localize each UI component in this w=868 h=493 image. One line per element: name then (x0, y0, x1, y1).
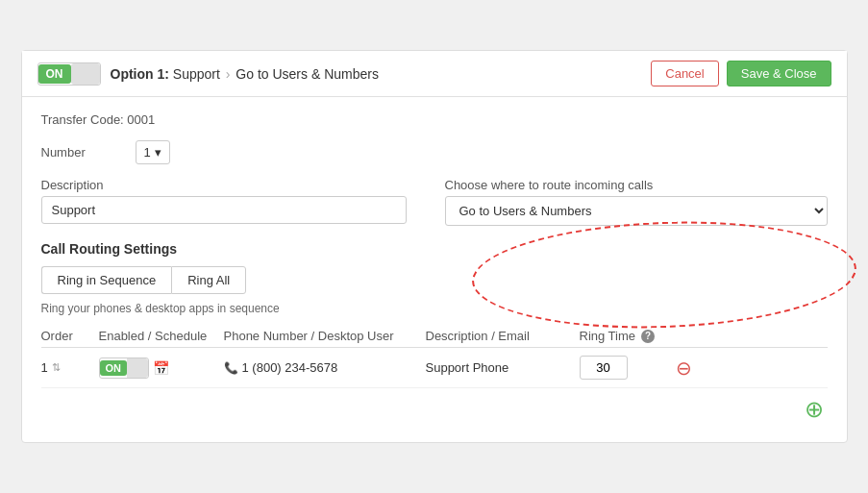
ring-description: Ring your phones & desktop apps in seque… (41, 302, 828, 315)
routing-col: Choose where to route incoming calls Go … (445, 178, 828, 226)
routing-select[interactable]: Go to Users & Numbers Voicemail External… (445, 196, 828, 226)
dropdown-arrow-icon: ▾ (155, 145, 161, 160)
row-description: Support Phone (426, 360, 509, 375)
option-name: Support (173, 66, 220, 82)
description-routing-row: Description Choose where to route incomi… (41, 178, 828, 226)
tab-group: Ring in Sequence Ring All (41, 266, 828, 294)
number-dropdown[interactable]: 1 ▾ (136, 140, 170, 164)
cell-order: 1 ⇅ (41, 360, 99, 375)
header-left: ON Option 1: Support › Go to Users & Num… (37, 62, 379, 86)
cell-phone: 📞 1 (800) 234-5678 (224, 360, 426, 375)
add-row-button[interactable]: ⊕ (805, 396, 824, 423)
call-routing-section: Call Routing Settings Ring in Sequence R… (41, 241, 828, 423)
row-toggle-off (127, 358, 148, 378)
number-row: Number 1 ▾ (41, 140, 828, 164)
cell-enabled: ON 📅 (99, 357, 224, 379)
toggle-on-button[interactable]: ON (38, 64, 71, 84)
row-toggle-on[interactable]: ON (100, 360, 128, 376)
cell-description: Support Phone (426, 360, 580, 375)
remove-button[interactable]: ⊖ (676, 358, 692, 378)
cancel-button[interactable]: Cancel (651, 61, 718, 86)
description-col: Description (41, 178, 407, 224)
tab-ring-sequence[interactable]: Ring in Sequence (41, 266, 172, 294)
table-row: 1 ⇅ ON 📅 📞 1 (800) 234-5678 (41, 348, 828, 388)
header-actions: Cancel Save & Close (651, 61, 831, 86)
table-header-row: Order Enabled / Schedule Phone Number / … (41, 325, 828, 348)
col-phone: Phone Number / Desktop User (224, 329, 426, 343)
cell-ring-time (580, 356, 676, 380)
col-order: Order (41, 329, 99, 343)
add-row-wrapper: ⊕ (41, 396, 824, 423)
col-ring-time: Ring Time ? (580, 329, 676, 343)
row-toggle[interactable]: ON (99, 357, 150, 379)
description-label: Description (41, 178, 407, 192)
header-title: Option 1: Support › Go to Users & Number… (111, 66, 379, 82)
ring-time-input[interactable] (580, 356, 628, 380)
tab-ring-all[interactable]: Ring All (171, 266, 246, 294)
card-body: Transfer Code: 0001 Number 1 ▾ Descripti… (22, 97, 847, 442)
sort-icon[interactable]: ⇅ (52, 361, 61, 374)
breadcrumb-separator: › (226, 66, 231, 82)
calendar-icon[interactable]: 📅 (153, 360, 169, 376)
main-toggle[interactable]: ON (37, 62, 101, 86)
cell-remove: ⊖ (676, 358, 714, 378)
section-title: Call Routing Settings (41, 241, 828, 257)
col-actions (676, 329, 714, 343)
option-label: Option 1: (111, 66, 169, 82)
card-header: ON Option 1: Support › Go to Users & Num… (22, 51, 847, 97)
save-close-button[interactable]: Save & Close (727, 61, 831, 86)
col-enabled: Enabled / Schedule (99, 329, 224, 343)
description-input[interactable] (41, 196, 407, 224)
phone-number: 1 (800) 234-5678 (242, 360, 338, 375)
number-value: 1 (144, 145, 151, 160)
routing-table: Order Enabled / Schedule Phone Number / … (41, 325, 828, 388)
col-description: Description / Email (426, 329, 580, 343)
number-label: Number (41, 145, 128, 160)
header-destination: Go to Users & Numbers (236, 66, 379, 82)
routing-label: Choose where to route incoming calls (445, 178, 828, 192)
ring-time-help-icon[interactable]: ? (641, 330, 655, 343)
transfer-code-label: Transfer Code: 0001 (41, 112, 156, 127)
main-card: ON Option 1: Support › Go to Users & Num… (21, 50, 848, 443)
transfer-code-row: Transfer Code: 0001 (41, 112, 828, 127)
toggle-off-area (71, 63, 100, 85)
phone-icon: 📞 (224, 361, 238, 375)
order-value: 1 (41, 360, 48, 375)
